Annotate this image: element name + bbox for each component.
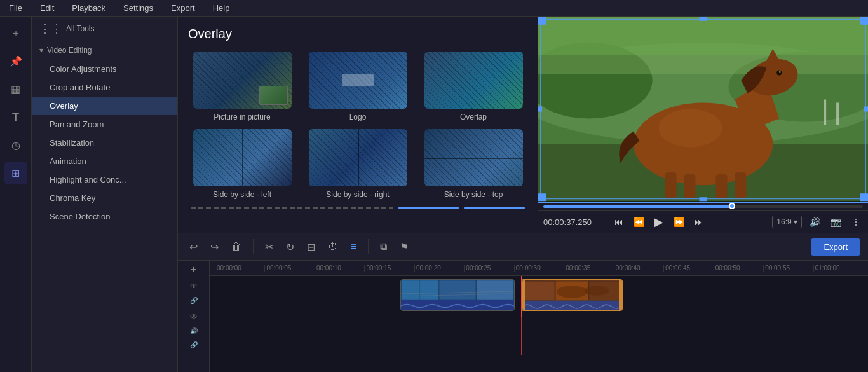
- svg-rect-25: [700, 17, 707, 21]
- tool-panel: ⋮⋮ All Tools ▾ Video Editing Color Adjus…: [32, 17, 178, 372]
- undo-button[interactable]: ↩: [186, 238, 201, 256]
- pin-button[interactable]: 📌: [4, 50, 27, 72]
- tool-pan-zoom[interactable]: Pan and Zoom: [32, 115, 177, 134]
- menu-edit[interactable]: Edit: [36, 2, 58, 14]
- ruler-marks: 00:00:00 00:00:05 00:00:10 00:00:15 00:0…: [215, 265, 863, 272]
- clip-horse[interactable]: [521, 279, 623, 311]
- timeline-left-controls: + 👁 🔗 👁 🔊 🔗: [178, 261, 210, 372]
- timeline-link-button[interactable]: 🔗: [185, 294, 203, 307]
- video-editing-label: Video Editing: [47, 46, 92, 55]
- overlay-card-sbs-top[interactable]: Side by side - top: [419, 129, 527, 199]
- ruler-mark-10: 00:00:50: [714, 265, 763, 272]
- toolbar-separator-2: [368, 239, 369, 254]
- timeline-content: 00:00:00 00:00:05 00:00:10 00:00:15 00:0…: [210, 261, 868, 372]
- tool-color-adjustments[interactable]: Color Adjustments: [32, 60, 177, 78]
- overlay-card-logo[interactable]: Logo: [304, 52, 412, 121]
- preview-video-frame: [538, 17, 868, 202]
- step-forward-button[interactable]: ⏩: [671, 216, 687, 228]
- step-back-button[interactable]: ⏪: [631, 216, 647, 228]
- svg-rect-33: [439, 280, 475, 300]
- overlay-label-logo: Logo: [349, 113, 367, 121]
- pip-tb-button[interactable]: ⧉: [376, 238, 391, 255]
- flag-button[interactable]: ⚑: [396, 238, 412, 256]
- tool-stabilization[interactable]: Stabilization: [32, 134, 177, 152]
- timeline-ruler: 00:00:00 00:00:05 00:00:10 00:00:15 00:0…: [210, 261, 868, 276]
- tool-chroma-key[interactable]: Chroma Key: [32, 189, 177, 207]
- playhead[interactable]: ▼: [521, 276, 522, 317]
- tool-animation[interactable]: Animation: [32, 152, 177, 170]
- cut-button[interactable]: ✂: [261, 238, 277, 256]
- export-button[interactable]: Export: [811, 238, 860, 256]
- rate-button[interactable]: ⏱: [324, 238, 342, 255]
- clip-road[interactable]: [400, 279, 515, 311]
- timeline-eye-2-button[interactable]: 👁: [185, 310, 203, 323]
- overlay-card-pip[interactable]: Picture in picture: [188, 52, 296, 121]
- screenshot-button[interactable]: 📷: [828, 216, 844, 228]
- ruler-mark-12: 01:00:00: [813, 265, 863, 272]
- overlay-label-pip: Picture in picture: [214, 113, 270, 121]
- ruler-mark-5: 00:00:25: [464, 265, 513, 272]
- loop-button[interactable]: ↻: [282, 238, 298, 256]
- play-pause-button[interactable]: ▶: [652, 214, 666, 230]
- redo-button[interactable]: ↪: [207, 238, 222, 256]
- clip-right-handle[interactable]: [619, 280, 623, 310]
- overlay-card-overlap[interactable]: Overlap: [419, 52, 527, 121]
- menu-help[interactable]: Help: [209, 2, 234, 14]
- menu-file[interactable]: File: [5, 2, 26, 14]
- progress-bar-container[interactable]: [538, 202, 868, 210]
- menu-playback[interactable]: Playback: [68, 2, 109, 14]
- volume-button[interactable]: 🔊: [807, 216, 823, 228]
- tool-crop-rotate[interactable]: Crop and Rotate: [32, 78, 177, 97]
- svg-rect-35: [477, 280, 513, 300]
- delete-button[interactable]: 🗑: [227, 238, 245, 255]
- preview-area: [538, 17, 868, 202]
- text-button[interactable]: T: [4, 106, 27, 128]
- overlay-label-sbs-right: Side by side - right: [326, 190, 389, 199]
- tool-scene-detection[interactable]: Scene Detection: [32, 207, 177, 226]
- overlay-panel: Overlay Picture in picture: [178, 17, 538, 252]
- timeline-link-2-button[interactable]: 🔗: [185, 338, 203, 351]
- skip-to-start-button[interactable]: ⏮: [612, 216, 626, 228]
- align-button[interactable]: ≡: [347, 238, 360, 255]
- overlay-label-sbs-top: Side by side - top: [444, 190, 503, 199]
- svg-point-45: [585, 286, 609, 296]
- ruler-mark-1: 00:00:05: [264, 265, 314, 272]
- all-tools-header[interactable]: ⋮⋮ All Tools: [32, 17, 177, 41]
- tool-highlight[interactable]: Highlight and Conc...: [32, 170, 177, 189]
- ruler-mark-4: 00:00:20: [414, 265, 464, 272]
- layout-button[interactable]: ▦: [4, 78, 27, 100]
- add-track-button[interactable]: +: [185, 263, 203, 276]
- playback-controls: 00:00:37.250 ⏮ ⏪ ▶ ⏩ ⏭ 16:9 ▾ 🔊 📷 ⋮: [538, 210, 868, 233]
- playhead-audio: [521, 317, 522, 355]
- toolbar-separator-1: [253, 239, 254, 254]
- menu-bar: File Edit Playback Settings Export Help: [0, 0, 868, 17]
- overlay-card-sbs-right[interactable]: Side by side - right: [304, 129, 412, 199]
- progress-fill: [543, 205, 735, 208]
- timeline: + 👁 🔗 👁 🔊 🔗 00:00:00 00:00:05: [178, 261, 868, 372]
- menu-export[interactable]: Export: [167, 2, 199, 14]
- timeline-audio-button[interactable]: 🔊: [185, 324, 203, 337]
- progress-bar[interactable]: [543, 205, 863, 208]
- tool-overlay[interactable]: Overlay: [32, 97, 177, 115]
- svg-rect-5: [538, 17, 868, 55]
- timeline-eye-button[interactable]: 👁: [185, 280, 203, 293]
- svg-rect-23: [538, 193, 546, 201]
- aspect-ratio-selector[interactable]: 16:9 ▾: [772, 216, 802, 228]
- effects-button[interactable]: ⊞: [4, 162, 27, 184]
- overlay-thumb-overlap: [424, 52, 523, 109]
- ruler-mark-8: 00:00:40: [614, 265, 663, 272]
- overlay-label-overlap: Overlap: [460, 113, 487, 121]
- menu-settings[interactable]: Settings: [119, 2, 157, 14]
- skip-to-end-button[interactable]: ⏭: [692, 216, 706, 228]
- svg-point-16: [779, 71, 781, 73]
- more-options-button[interactable]: ⋮: [849, 216, 863, 228]
- add-media-button[interactable]: ＋: [4, 22, 27, 45]
- svg-rect-39: [523, 281, 555, 300]
- video-editing-header[interactable]: ▾ Video Editing: [32, 41, 177, 60]
- history-button[interactable]: ◷: [4, 134, 27, 156]
- toolbar: ↩ ↪ 🗑 ✂ ↻ ⊟ ⏱ ≡ ⧉ ⚑ Export: [178, 233, 868, 261]
- crop-tb-button[interactable]: ⊟: [303, 238, 319, 256]
- svg-rect-19: [836, 103, 839, 125]
- overlay-card-sbs-left[interactable]: Side by side - left: [188, 129, 296, 199]
- progress-dot: [729, 203, 735, 209]
